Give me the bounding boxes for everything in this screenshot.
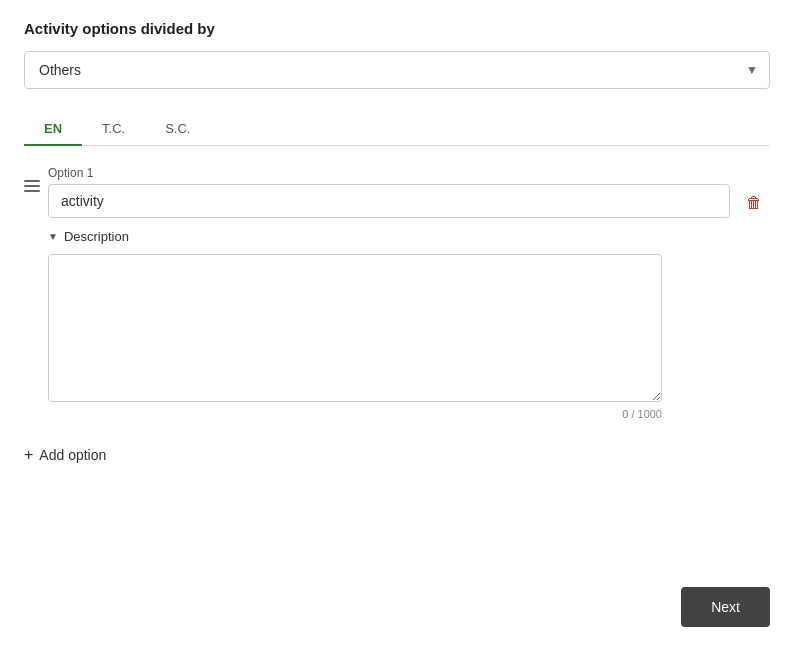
option-content: Option 1 bbox=[48, 166, 730, 218]
description-toggle[interactable]: ▼ Description bbox=[48, 229, 770, 244]
add-option-label: Add option bbox=[39, 447, 106, 463]
option-row: Option 1 bbox=[24, 166, 770, 221]
plus-icon: + bbox=[24, 446, 33, 464]
tab-tc[interactable]: T.C. bbox=[82, 113, 145, 146]
option-label: Option 1 bbox=[48, 166, 730, 180]
description-label: Description bbox=[64, 229, 129, 244]
page-container: Activity options divided by Others Categ… bbox=[0, 0, 794, 647]
drag-handle[interactable] bbox=[24, 166, 40, 192]
option-input[interactable] bbox=[48, 184, 730, 218]
description-textarea-wrapper bbox=[48, 254, 770, 406]
chevron-down-icon: ▼ bbox=[48, 231, 58, 242]
section-title: Activity options divided by bbox=[24, 20, 770, 37]
dropdown-container: Others Category Type Group ▼ bbox=[24, 51, 770, 89]
delete-option-button[interactable] bbox=[738, 184, 770, 221]
char-count: 0 / 1000 bbox=[48, 408, 662, 420]
add-option-button[interactable]: + Add option bbox=[24, 440, 106, 470]
description-section: ▼ Description 0 / 1000 bbox=[48, 229, 770, 420]
activity-options-dropdown[interactable]: Others Category Type Group bbox=[24, 51, 770, 89]
dropdown-wrapper: Others Category Type Group ▼ bbox=[24, 51, 770, 89]
tab-en[interactable]: EN bbox=[24, 113, 82, 146]
description-textarea[interactable] bbox=[48, 254, 662, 402]
next-button[interactable]: Next bbox=[681, 587, 770, 627]
tabs-container: EN T.C. S.C. bbox=[24, 113, 770, 146]
trash-icon bbox=[746, 192, 762, 212]
tab-sc[interactable]: S.C. bbox=[145, 113, 210, 146]
